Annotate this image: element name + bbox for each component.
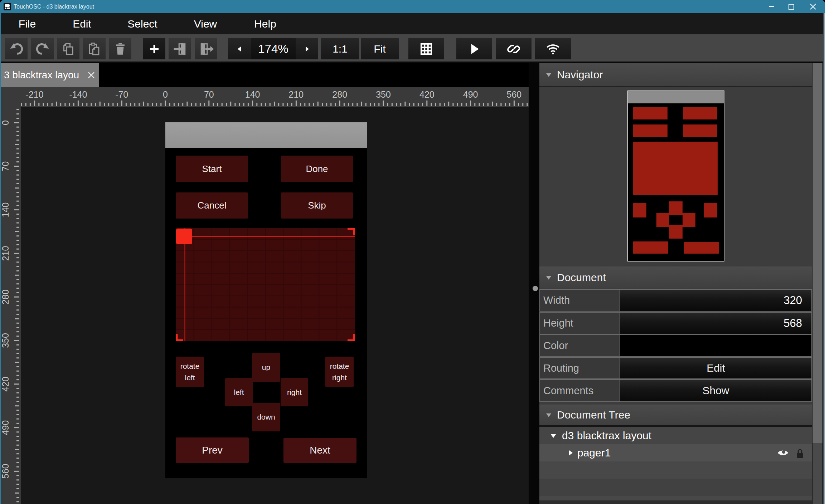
svg-text:420: 420 <box>1 377 10 392</box>
svg-text:560: 560 <box>507 89 522 99</box>
svg-text:0: 0 <box>163 89 168 99</box>
svg-text:560: 560 <box>1 464 10 479</box>
svg-text:210: 210 <box>1 246 10 261</box>
svg-text:-70: -70 <box>115 89 128 99</box>
svg-text:420: 420 <box>419 89 435 99</box>
svg-text:0: 0 <box>1 120 10 125</box>
svg-text:350: 350 <box>1 333 10 348</box>
svg-text:280: 280 <box>332 89 347 99</box>
svg-text:70: 70 <box>204 89 214 99</box>
svg-text:350: 350 <box>376 89 391 99</box>
svg-text:280: 280 <box>1 289 10 304</box>
svg-text:140: 140 <box>245 89 260 99</box>
svg-text:-210: -210 <box>26 89 44 99</box>
svg-text:210: 210 <box>289 89 304 99</box>
svg-text:140: 140 <box>1 202 10 217</box>
svg-text:490: 490 <box>1 420 10 435</box>
svg-text:-140: -140 <box>69 89 87 99</box>
svg-text:490: 490 <box>463 89 478 99</box>
svg-text:70: 70 <box>1 161 10 171</box>
